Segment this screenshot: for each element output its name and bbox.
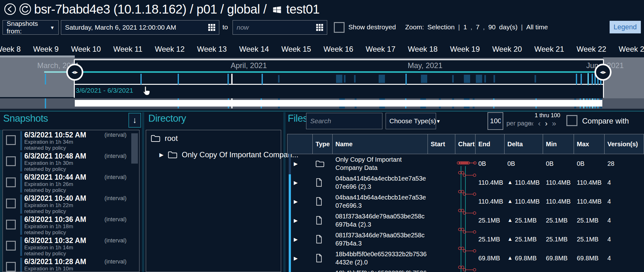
date-to-field[interactable]: now [233, 20, 327, 35]
expander-icon[interactable]: ▶ [159, 152, 163, 158]
snapshot-retained: retained by policy [24, 166, 86, 172]
first-page-button[interactable]: « [529, 119, 534, 128]
zoom-label: Zoom: [405, 23, 424, 31]
file-row[interactable]: ▶04baa414b64a4ecbcb1ee7a53e07e696 (2).31… [287, 173, 644, 192]
column-header[interactable]: Name [333, 134, 428, 154]
column-header[interactable]: End [476, 134, 505, 154]
prev-page-button[interactable]: ‹ [538, 119, 541, 128]
calendar-icon[interactable] [316, 24, 323, 31]
calendar-icon[interactable] [208, 24, 215, 31]
snapshots-list[interactable]: 6/3/2021 10:52 AMExpiration in 1h 34mret… [3, 130, 139, 272]
file-icon [316, 178, 322, 187]
snapshot-checkbox[interactable] [6, 199, 16, 208]
row-expander-icon[interactable]: ▶ [294, 255, 298, 261]
handle-left-arrow-icon: ◀ [72, 70, 74, 74]
compare-with-checkbox[interactable] [566, 115, 577, 126]
row-expander-icon[interactable]: ▶ [294, 180, 298, 186]
directory-item-root[interactable]: root [151, 134, 178, 143]
snapshot-checkbox[interactable] [6, 156, 16, 166]
file-chart-cell [455, 230, 476, 249]
file-row[interactable]: ▶081f373a346de79aa053be258c697b4a (2).32… [287, 211, 644, 230]
snapshot-accent-bar [20, 237, 22, 256]
zoom-option[interactable]: day(s) [499, 23, 517, 31]
column-header[interactable] [287, 134, 313, 154]
zoom-option[interactable]: 7 [476, 23, 480, 31]
column-header[interactable]: Type [313, 134, 333, 154]
selection-left-handle[interactable]: ◀▶ [66, 64, 83, 81]
zoom-option[interactable]: 90 [488, 23, 495, 31]
refresh-icon[interactable] [19, 3, 32, 15]
snapshot-checkbox[interactable] [6, 135, 16, 145]
row-expander-icon[interactable]: ▶ [294, 161, 298, 167]
show-destroyed-checkbox[interactable] [334, 22, 345, 33]
last-page-button[interactable]: » [552, 119, 556, 128]
per-page-input[interactable] [487, 112, 503, 130]
overview-selection-band[interactable] [75, 100, 602, 107]
snapshot-timeline[interactable]: March, 2021April, 2021May, 2021June, 202… [0, 57, 644, 98]
snapshot-item[interactable]: 6/3/2021 10:44 AMExpiration in 1h 26mret… [3, 172, 139, 194]
file-row[interactable]: ▶081f373a346de79aa053be258c697b4a.325.1M… [287, 230, 644, 249]
download-snapshots-button[interactable]: ↓ [128, 113, 141, 128]
snapshot-date: 6/3/2021 10:44 AM [24, 173, 86, 181]
snapshot-item[interactable]: 6/3/2021 10:40 AMExpiration in 1h 22mret… [3, 194, 139, 215]
column-header[interactable]: Chart [455, 134, 476, 154]
column-header[interactable]: Max [574, 134, 605, 154]
file-row[interactable]: ▶Only Copy Of Important Company Data0B0B… [287, 154, 644, 173]
overview-strip[interactable] [0, 98, 644, 112]
snapshot-checkbox[interactable] [6, 177, 16, 187]
date-from-field[interactable]: Saturday, March 6, 2021 12:00:00 AM [61, 20, 219, 35]
week-label: Week 10 [71, 45, 101, 54]
windows-logo-icon [272, 5, 282, 14]
directory-item-child[interactable]: ▶ Only Copy Of Important Compan... [159, 150, 298, 159]
zoom-option[interactable]: 1 [463, 23, 467, 31]
folder-icon [316, 160, 324, 167]
type-filter-dropdown[interactable]: Choose Type(s) ▼ [386, 113, 436, 129]
snapshot-tick [464, 75, 470, 83]
next-page-button[interactable]: › [545, 119, 547, 128]
search-input[interactable] [306, 113, 382, 129]
directory-tree[interactable]: root ▶ Only Copy Of Important Compan... [146, 130, 281, 272]
file-min: 110.4MB [543, 173, 574, 192]
legend-button[interactable]: Legend [610, 21, 641, 33]
snapshot-checkbox[interactable] [6, 241, 16, 251]
column-header[interactable]: Version(s) [605, 134, 644, 154]
back-icon[interactable] [4, 3, 16, 15]
zoom-option[interactable]: All time [526, 23, 548, 31]
snapshot-item[interactable]: 6/3/2021 10:52 AMExpiration in 1h 34mret… [3, 130, 139, 151]
file-icon [316, 254, 322, 263]
file-row[interactable]: ▶04baa414b64a4ecbcb1ee7a53e07e696.3110.4… [287, 192, 644, 211]
file-chart-cell [455, 211, 476, 230]
week-label: Week 13 [197, 45, 227, 54]
week-label: Week 22 [576, 45, 606, 54]
delta-up-icon: ▲ [507, 217, 513, 223]
snapshots-scrollbar[interactable] [131, 133, 138, 164]
mouse-cursor [141, 85, 152, 96]
column-header[interactable]: Min [543, 134, 574, 154]
selection-right-handle[interactable]: ◀▶ [594, 64, 612, 81]
directory-item-label: root [165, 134, 178, 143]
row-expander-icon[interactable]: ▶ [294, 217, 298, 223]
zoom-option[interactable]: Selection [428, 23, 455, 31]
filter-toolbar: Snapshots from: ▼ Saturday, March 6, 202… [0, 20, 644, 36]
snapshot-item[interactable]: 6/3/2021 10:32 AMExpiration in 1h 14mret… [3, 236, 139, 257]
row-expander-icon[interactable]: ▶ [294, 236, 298, 242]
snapshot-item[interactable]: 6/3/2021 10:28 AMExpiration in 1h 10mret… [3, 257, 139, 272]
timeline-selection-bottom-edge [74, 84, 604, 85]
snapshot-item[interactable]: 6/3/2021 10:48 AMExpiration in 1h 30mret… [3, 151, 139, 172]
file-start [428, 230, 455, 249]
snapshot-item[interactable]: 6/3/2021 10:36 AMExpiration in 1h 18mret… [3, 215, 139, 236]
file-row[interactable]: ▶18b4bbf5f0e0e6529332b2b75364432e.0 [287, 268, 644, 272]
snapshot-tick [178, 74, 179, 84]
snapshot-checkbox[interactable] [6, 262, 16, 272]
column-header[interactable]: Start [428, 134, 455, 154]
column-header[interactable]: Delta [505, 134, 543, 154]
snapshots-from-dropdown[interactable]: Snapshots from: ▼ [3, 20, 59, 35]
snapshot-checkbox[interactable] [6, 220, 16, 229]
snapshot-accent-bar [20, 194, 22, 214]
file-row[interactable]: ▶18b4bbf5f0e0e6529332b2b75364432e (2).06… [287, 249, 644, 268]
files-table-scrollbar[interactable] [289, 153, 291, 272]
snapshot-tick [592, 74, 593, 84]
file-name: 04baa414b64a4ecbcb1ee7a53e07e696 (2).3 [333, 173, 428, 192]
row-expander-icon[interactable]: ▶ [294, 199, 298, 205]
main-content: Snapshots ↓ 6/3/2021 10:52 AMExpiration … [0, 112, 644, 272]
